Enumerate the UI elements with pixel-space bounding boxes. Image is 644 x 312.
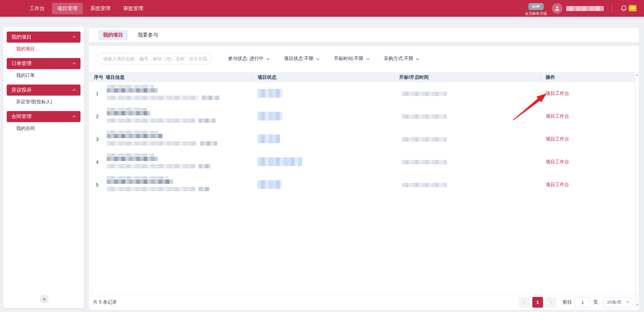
redacted-title-top	[107, 176, 168, 179]
redacted-tag	[202, 96, 220, 100]
column-header-项目信息: 项目信息	[106, 72, 124, 82]
open-time-redacted	[402, 160, 447, 164]
redacted-subtext	[107, 118, 195, 123]
username-redacted[interactable]	[566, 6, 604, 11]
table-body: 1项目工作台2项目工作台3项目工作台4项目工作台5项目工作台	[89, 82, 639, 196]
nav-item-工作台[interactable]: 工作台	[24, 3, 50, 14]
scroll-up-icon[interactable]	[636, 74, 639, 76]
sidebar: 我的项目我的项目订单管理我的订单异议投诉异议管理(投标人)合同管理我的合同 «	[3, 27, 84, 308]
filter-label: 参与状态: 进行中	[228, 56, 264, 62]
status-badge-redacted	[258, 135, 280, 143]
row-index: 3	[93, 128, 102, 151]
nav-item-系统管理[interactable]: 系统管理	[85, 3, 116, 14]
tab-我的项目[interactable]: 我的项目	[98, 30, 128, 40]
person-icon	[554, 5, 560, 11]
filter-dropdown[interactable]: 开标时间:不限	[334, 56, 369, 62]
page-size-value: 20条/页	[607, 299, 622, 305]
table-row: 2项目工作台	[89, 105, 639, 128]
column-separator	[253, 74, 253, 80]
search-input[interactable]	[103, 56, 202, 61]
page-size-select[interactable]: 20条/页	[603, 297, 632, 307]
tab-我要参与[interactable]: 我要参与	[133, 30, 163, 40]
chevron-up-icon	[72, 62, 76, 66]
filter-dropdown[interactable]: 参与状态: 进行中	[228, 56, 269, 62]
chevron-up-icon	[72, 36, 76, 39]
project-workbench-link[interactable]: 项目工作台	[546, 105, 569, 128]
table-header: 序号项目信息项目状态开标/开启时间操作	[89, 72, 639, 82]
sidebar-collapse-button[interactable]: «	[40, 295, 49, 303]
notification-count-badge[interactable]: 46	[629, 5, 637, 11]
redacted-tag	[199, 164, 211, 168]
redacted-subline	[107, 118, 216, 123]
sidebar-item-异议管理(投标人)[interactable]: 异议管理(投标人)	[7, 96, 80, 108]
sidebar-section-title: 合同管理	[11, 113, 32, 120]
nav-item-项目管理[interactable]: 项目管理	[52, 3, 83, 14]
sidebar-section-订单管理[interactable]: 订单管理	[7, 58, 80, 69]
prev-page-button[interactable]: ‹	[519, 297, 530, 308]
status-badge-redacted	[258, 112, 282, 120]
vertical-scrollbar[interactable]	[635, 72, 639, 308]
pagination: ‹ 1 › 前往 页 20条/页	[519, 297, 632, 308]
redacted-title-top	[107, 131, 159, 134]
row-index: 5	[93, 173, 102, 196]
project-workbench-link[interactable]: 项目工作台	[546, 82, 569, 105]
search-box[interactable]	[97, 53, 212, 64]
status-badge-redacted	[258, 180, 282, 189]
project-workbench-link[interactable]: 项目工作台	[546, 128, 569, 151]
table-row: 5项目工作台	[89, 173, 639, 196]
redacted-subtext	[107, 96, 199, 100]
redacted-tag	[199, 187, 210, 191]
sidebar-item-我的订单[interactable]: 我的订单	[7, 69, 80, 82]
nav-item-审批管理[interactable]: 审批管理	[118, 3, 149, 14]
vip-caption: 会员服务升级	[523, 11, 549, 16]
sidebar-item-我的合同[interactable]: 我的合同	[7, 122, 80, 135]
sidebar-section-title: 异议投诉	[11, 87, 32, 93]
redacted-subtext	[107, 187, 195, 191]
sidebar-item-我的项目[interactable]: 我的项目	[7, 43, 80, 55]
column-separator	[541, 74, 541, 80]
project-info-redacted	[107, 176, 210, 191]
filter-dropdown[interactable]: 项目状态:不限	[284, 56, 319, 62]
open-time-redacted	[402, 137, 447, 142]
redacted-subline	[107, 141, 217, 146]
search-icon[interactable]	[202, 56, 208, 62]
column-header-项目状态: 项目状态	[258, 72, 276, 82]
table-footer: 共 5 条记录 ‹ 1 › 前往 页 20条/页	[89, 294, 639, 310]
project-workbench-link[interactable]: 项目工作台	[546, 173, 569, 196]
sidebar-section-异议投诉[interactable]: 异议投诉	[7, 85, 80, 96]
vip-icon: VIP	[528, 3, 544, 10]
sidebar-section-我的项目[interactable]: 我的项目	[7, 32, 80, 43]
user-avatar[interactable]	[552, 3, 562, 14]
top-navbar: 工作台项目管理系统管理审批管理 VIP 会员服务升级 46	[0, 0, 644, 17]
project-workbench-link[interactable]: 项目工作台	[546, 151, 569, 173]
redacted-subline	[107, 164, 211, 168]
next-page-button[interactable]: ›	[546, 297, 556, 308]
open-time-redacted	[402, 114, 447, 119]
sidebar-section-合同管理[interactable]: 合同管理	[7, 111, 80, 122]
column-header-开标/开启时间: 开标/开启时间	[399, 72, 429, 82]
project-info-redacted	[107, 108, 216, 123]
redacted-title	[107, 157, 158, 161]
page-unit-label: 页	[593, 299, 598, 305]
chevron-up-icon	[72, 115, 76, 119]
redacted-title-top	[107, 108, 147, 111]
filter-dropdown[interactable]: 采购方式:不限	[384, 56, 419, 62]
table-row: 4项目工作台	[89, 151, 639, 173]
project-info-redacted	[107, 131, 217, 146]
redacted-subtext	[107, 141, 197, 146]
redacted-subtext	[107, 164, 195, 168]
vip-upgrade[interactable]: VIP 会员服务升级	[523, 3, 549, 16]
chevron-down-icon	[366, 57, 370, 60]
notification-bell-icon[interactable]	[620, 5, 628, 12]
project-info-redacted	[107, 85, 220, 100]
chevron-down-icon	[266, 57, 270, 60]
redacted-title-top	[107, 153, 154, 156]
goto-page-input[interactable]	[575, 297, 590, 307]
current-page-button[interactable]: 1	[532, 297, 543, 308]
row-index: 4	[93, 151, 102, 173]
redacted-tag	[199, 118, 216, 123]
open-time-redacted	[402, 92, 447, 96]
redacted-tag	[200, 141, 217, 146]
chevron-up-icon	[72, 89, 76, 92]
nav-divider	[612, 4, 612, 13]
